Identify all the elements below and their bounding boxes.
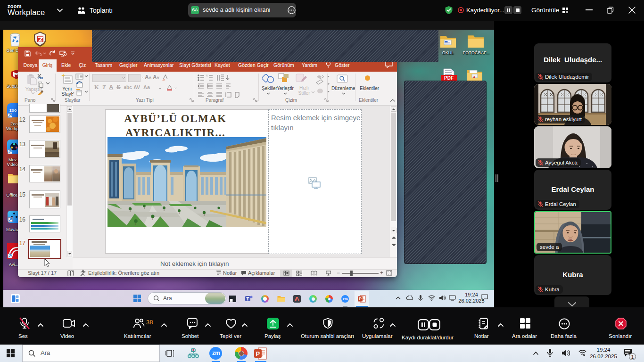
svg-text:P: P — [359, 296, 362, 301]
svg-text:P: P — [256, 350, 260, 357]
